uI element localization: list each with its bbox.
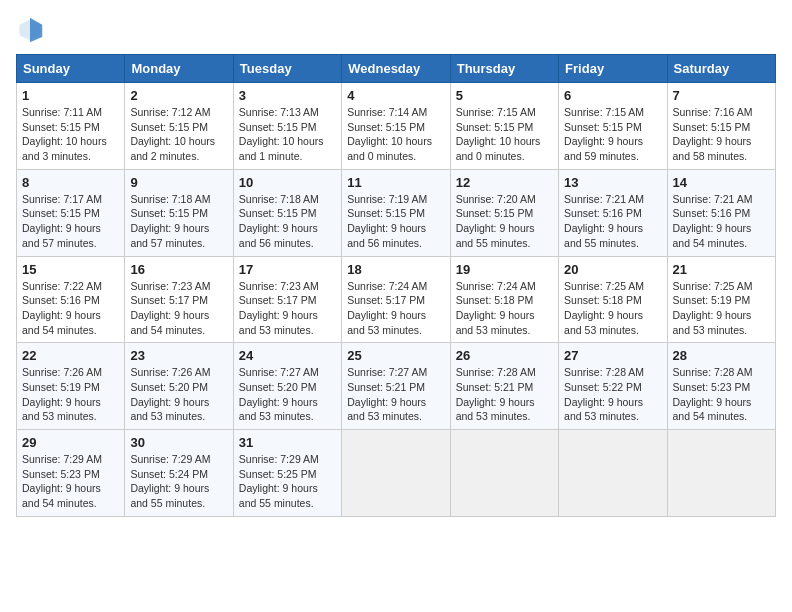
calendar-cell: 14Sunrise: 7:21 AMSunset: 5:16 PMDayligh… (667, 169, 775, 256)
day-info: Sunrise: 7:17 AMSunset: 5:15 PMDaylight:… (22, 192, 119, 251)
day-number: 17 (239, 262, 336, 277)
calendar-cell: 10Sunrise: 7:18 AMSunset: 5:15 PMDayligh… (233, 169, 341, 256)
calendar-cell: 25Sunrise: 7:27 AMSunset: 5:21 PMDayligh… (342, 343, 450, 430)
day-number: 18 (347, 262, 444, 277)
calendar-week-row: 15Sunrise: 7:22 AMSunset: 5:16 PMDayligh… (17, 256, 776, 343)
calendar-cell (559, 430, 667, 517)
calendar-cell: 11Sunrise: 7:19 AMSunset: 5:15 PMDayligh… (342, 169, 450, 256)
logo-icon (16, 16, 44, 44)
day-info: Sunrise: 7:15 AMSunset: 5:15 PMDaylight:… (564, 105, 661, 164)
day-number: 20 (564, 262, 661, 277)
day-number: 8 (22, 175, 119, 190)
column-header-friday: Friday (559, 55, 667, 83)
day-number: 4 (347, 88, 444, 103)
day-info: Sunrise: 7:11 AMSunset: 5:15 PMDaylight:… (22, 105, 119, 164)
day-number: 13 (564, 175, 661, 190)
day-number: 24 (239, 348, 336, 363)
day-number: 9 (130, 175, 227, 190)
day-info: Sunrise: 7:16 AMSunset: 5:15 PMDaylight:… (673, 105, 770, 164)
column-header-monday: Monday (125, 55, 233, 83)
calendar-cell: 9Sunrise: 7:18 AMSunset: 5:15 PMDaylight… (125, 169, 233, 256)
day-info: Sunrise: 7:27 AMSunset: 5:20 PMDaylight:… (239, 365, 336, 424)
calendar-cell: 31Sunrise: 7:29 AMSunset: 5:25 PMDayligh… (233, 430, 341, 517)
day-number: 5 (456, 88, 553, 103)
column-header-wednesday: Wednesday (342, 55, 450, 83)
day-number: 2 (130, 88, 227, 103)
calendar-cell: 23Sunrise: 7:26 AMSunset: 5:20 PMDayligh… (125, 343, 233, 430)
calendar-cell: 3Sunrise: 7:13 AMSunset: 5:15 PMDaylight… (233, 83, 341, 170)
day-info: Sunrise: 7:19 AMSunset: 5:15 PMDaylight:… (347, 192, 444, 251)
day-info: Sunrise: 7:15 AMSunset: 5:15 PMDaylight:… (456, 105, 553, 164)
day-number: 29 (22, 435, 119, 450)
calendar-cell (450, 430, 558, 517)
day-info: Sunrise: 7:14 AMSunset: 5:15 PMDaylight:… (347, 105, 444, 164)
day-info: Sunrise: 7:13 AMSunset: 5:15 PMDaylight:… (239, 105, 336, 164)
day-number: 16 (130, 262, 227, 277)
day-number: 12 (456, 175, 553, 190)
day-info: Sunrise: 7:21 AMSunset: 5:16 PMDaylight:… (564, 192, 661, 251)
calendar-cell: 2Sunrise: 7:12 AMSunset: 5:15 PMDaylight… (125, 83, 233, 170)
calendar-cell: 16Sunrise: 7:23 AMSunset: 5:17 PMDayligh… (125, 256, 233, 343)
day-number: 26 (456, 348, 553, 363)
day-info: Sunrise: 7:27 AMSunset: 5:21 PMDaylight:… (347, 365, 444, 424)
day-number: 25 (347, 348, 444, 363)
calendar-cell: 28Sunrise: 7:28 AMSunset: 5:23 PMDayligh… (667, 343, 775, 430)
day-info: Sunrise: 7:28 AMSunset: 5:21 PMDaylight:… (456, 365, 553, 424)
calendar-cell: 6Sunrise: 7:15 AMSunset: 5:15 PMDaylight… (559, 83, 667, 170)
calendar-cell: 30Sunrise: 7:29 AMSunset: 5:24 PMDayligh… (125, 430, 233, 517)
logo (16, 16, 48, 44)
calendar-cell: 21Sunrise: 7:25 AMSunset: 5:19 PMDayligh… (667, 256, 775, 343)
day-info: Sunrise: 7:28 AMSunset: 5:22 PMDaylight:… (564, 365, 661, 424)
calendar-cell: 22Sunrise: 7:26 AMSunset: 5:19 PMDayligh… (17, 343, 125, 430)
day-info: Sunrise: 7:29 AMSunset: 5:23 PMDaylight:… (22, 452, 119, 511)
day-info: Sunrise: 7:24 AMSunset: 5:17 PMDaylight:… (347, 279, 444, 338)
day-number: 21 (673, 262, 770, 277)
day-info: Sunrise: 7:29 AMSunset: 5:24 PMDaylight:… (130, 452, 227, 511)
calendar-cell: 18Sunrise: 7:24 AMSunset: 5:17 PMDayligh… (342, 256, 450, 343)
calendar-week-row: 8Sunrise: 7:17 AMSunset: 5:15 PMDaylight… (17, 169, 776, 256)
day-number: 15 (22, 262, 119, 277)
day-number: 23 (130, 348, 227, 363)
calendar-cell: 24Sunrise: 7:27 AMSunset: 5:20 PMDayligh… (233, 343, 341, 430)
calendar-cell: 1Sunrise: 7:11 AMSunset: 5:15 PMDaylight… (17, 83, 125, 170)
calendar-cell: 8Sunrise: 7:17 AMSunset: 5:15 PMDaylight… (17, 169, 125, 256)
day-number: 28 (673, 348, 770, 363)
calendar-cell: 15Sunrise: 7:22 AMSunset: 5:16 PMDayligh… (17, 256, 125, 343)
calendar-cell: 19Sunrise: 7:24 AMSunset: 5:18 PMDayligh… (450, 256, 558, 343)
calendar-cell: 13Sunrise: 7:21 AMSunset: 5:16 PMDayligh… (559, 169, 667, 256)
day-info: Sunrise: 7:21 AMSunset: 5:16 PMDaylight:… (673, 192, 770, 251)
day-number: 10 (239, 175, 336, 190)
calendar-cell: 27Sunrise: 7:28 AMSunset: 5:22 PMDayligh… (559, 343, 667, 430)
day-number: 31 (239, 435, 336, 450)
day-number: 14 (673, 175, 770, 190)
calendar-cell (667, 430, 775, 517)
calendar-cell: 29Sunrise: 7:29 AMSunset: 5:23 PMDayligh… (17, 430, 125, 517)
day-number: 1 (22, 88, 119, 103)
day-info: Sunrise: 7:25 AMSunset: 5:19 PMDaylight:… (673, 279, 770, 338)
day-info: Sunrise: 7:29 AMSunset: 5:25 PMDaylight:… (239, 452, 336, 511)
day-info: Sunrise: 7:18 AMSunset: 5:15 PMDaylight:… (130, 192, 227, 251)
day-number: 30 (130, 435, 227, 450)
day-info: Sunrise: 7:25 AMSunset: 5:18 PMDaylight:… (564, 279, 661, 338)
calendar-cell (342, 430, 450, 517)
calendar-week-row: 1Sunrise: 7:11 AMSunset: 5:15 PMDaylight… (17, 83, 776, 170)
day-info: Sunrise: 7:12 AMSunset: 5:15 PMDaylight:… (130, 105, 227, 164)
day-info: Sunrise: 7:26 AMSunset: 5:19 PMDaylight:… (22, 365, 119, 424)
calendar-cell: 7Sunrise: 7:16 AMSunset: 5:15 PMDaylight… (667, 83, 775, 170)
day-info: Sunrise: 7:26 AMSunset: 5:20 PMDaylight:… (130, 365, 227, 424)
page-header (16, 16, 776, 44)
day-number: 27 (564, 348, 661, 363)
calendar-header-row: SundayMondayTuesdayWednesdayThursdayFrid… (17, 55, 776, 83)
day-number: 19 (456, 262, 553, 277)
calendar-cell: 5Sunrise: 7:15 AMSunset: 5:15 PMDaylight… (450, 83, 558, 170)
day-info: Sunrise: 7:23 AMSunset: 5:17 PMDaylight:… (239, 279, 336, 338)
column-header-saturday: Saturday (667, 55, 775, 83)
day-info: Sunrise: 7:22 AMSunset: 5:16 PMDaylight:… (22, 279, 119, 338)
day-number: 6 (564, 88, 661, 103)
svg-marker-1 (30, 18, 42, 43)
calendar-cell: 26Sunrise: 7:28 AMSunset: 5:21 PMDayligh… (450, 343, 558, 430)
calendar-cell: 20Sunrise: 7:25 AMSunset: 5:18 PMDayligh… (559, 256, 667, 343)
day-number: 11 (347, 175, 444, 190)
calendar-week-row: 29Sunrise: 7:29 AMSunset: 5:23 PMDayligh… (17, 430, 776, 517)
day-number: 3 (239, 88, 336, 103)
